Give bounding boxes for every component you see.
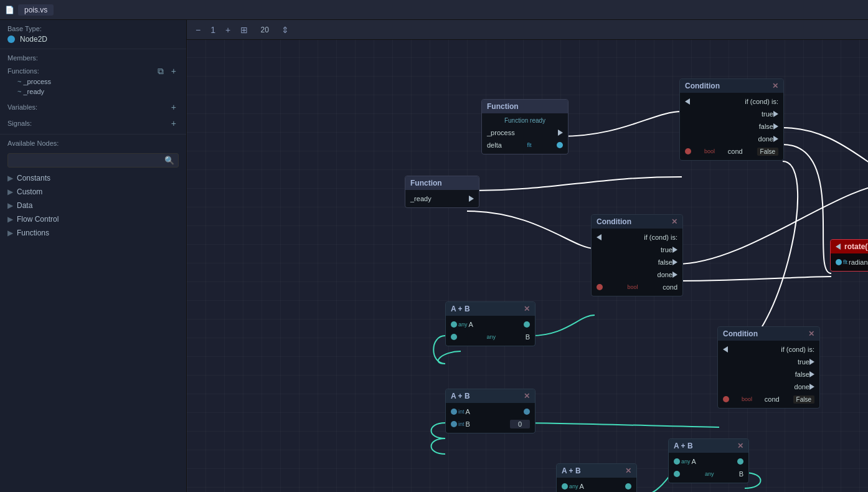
condition3-true-port bbox=[809, 359, 814, 365]
math4-body: any A any B bbox=[669, 453, 748, 483]
math2-title: A + B bbox=[451, 392, 470, 400]
node-math-2[interactable]: A + B ✕ int A int B bbox=[445, 389, 535, 433]
condition1-false-label: false bbox=[685, 123, 773, 130]
variables-subsection: Variables: + bbox=[7, 102, 179, 113]
node-condition-3[interactable]: Condition ✕ if (cond) is: true false bbox=[717, 326, 820, 409]
functions-header: Functions: ⧉ + bbox=[7, 65, 179, 77]
zoom-arrow-button[interactable]: ⇕ bbox=[279, 24, 291, 36]
function-item-process[interactable]: _process bbox=[7, 77, 179, 87]
math2-close[interactable]: ✕ bbox=[524, 392, 530, 400]
condition1-cond-value: False bbox=[757, 148, 778, 156]
condition1-false-port bbox=[773, 123, 778, 130]
math2-b-row: int B bbox=[446, 418, 535, 430]
arrow-icon-functions: ▶ bbox=[7, 229, 13, 237]
math3-out-port bbox=[625, 483, 631, 490]
zoom-in-button[interactable]: + bbox=[223, 24, 233, 36]
condition2-false-row: false bbox=[592, 256, 682, 268]
category-constants[interactable]: ▶ Constants bbox=[0, 171, 186, 185]
condition3-done-label: done bbox=[723, 383, 809, 390]
node-math-4[interactable]: A + B ✕ any A any B bbox=[668, 438, 749, 483]
zoom-value: 20 bbox=[255, 26, 274, 34]
condition2-body: if (cond) is: true false done bbox=[592, 229, 682, 296]
condition1-if-text: if (cond) is: bbox=[690, 98, 778, 105]
condition2-header: Condition ✕ bbox=[592, 215, 682, 229]
file-name[interactable]: pois.vs bbox=[18, 4, 54, 16]
condition3-false-row: false bbox=[718, 368, 819, 381]
rotate2-radians-label: radians bbox=[849, 258, 868, 266]
available-nodes-label: Available Nodes: bbox=[0, 135, 186, 149]
condition1-false-row: false bbox=[680, 120, 783, 133]
zoom-reset-button[interactable]: 1 bbox=[208, 24, 218, 36]
grid-button[interactable]: ⊞ bbox=[238, 24, 250, 36]
functions-subsection: Functions: ⧉ + _process _ready bbox=[7, 65, 179, 97]
category-flow-control[interactable]: ▶ Flow Control bbox=[0, 212, 186, 226]
condition3-true-row: true bbox=[718, 356, 819, 368]
search-input[interactable] bbox=[12, 157, 164, 164]
canvas-toolbar: − 1 + ⊞ 20 ⇕ bbox=[187, 20, 868, 40]
node-function-ready-body: _ready bbox=[405, 190, 479, 207]
category-custom[interactable]: ▶ Custom bbox=[0, 185, 186, 199]
function-item-ready[interactable]: _ready bbox=[7, 87, 179, 97]
condition3-false-port bbox=[809, 371, 814, 377]
port-row-ready: _ready bbox=[405, 192, 479, 205]
add-signal-button[interactable]: + bbox=[169, 118, 179, 129]
signals-subsection: Signals: + bbox=[7, 118, 179, 129]
math3-close[interactable]: ✕ bbox=[625, 467, 631, 475]
node-rotate-2[interactable]: rotate() ✕ flt radians bbox=[830, 239, 868, 272]
condition3-close[interactable]: ✕ bbox=[808, 330, 814, 338]
condition2-true-port bbox=[672, 247, 677, 253]
node-function-process-header: Function bbox=[482, 100, 568, 113]
condition2-done-row: done bbox=[592, 268, 682, 281]
condition1-cond-port bbox=[685, 148, 691, 154]
math4-close[interactable]: ✕ bbox=[737, 442, 743, 450]
condition1-cond-type: bool bbox=[704, 148, 715, 154]
node2d-indicator bbox=[7, 35, 15, 43]
condition2-if-text: if (cond) is: bbox=[601, 234, 677, 241]
canvas-area[interactable]: − 1 + ⊞ 20 ⇕ bbox=[187, 20, 868, 492]
category-functions[interactable]: ▶ Functions bbox=[0, 226, 186, 240]
zoom-out-button[interactable]: − bbox=[193, 24, 203, 36]
add-function-button[interactable]: + bbox=[169, 65, 179, 77]
condition1-done-label: done bbox=[685, 135, 773, 143]
copy-function-button[interactable]: ⧉ bbox=[155, 65, 166, 77]
node-condition-1[interactable]: Condition ✕ if (cond) is: true false bbox=[679, 78, 784, 161]
condition2-cond-label: cond bbox=[663, 283, 677, 291]
math2-out-port bbox=[524, 409, 530, 415]
node-condition-2[interactable]: Condition ✕ if (cond) is: true false bbox=[591, 214, 683, 296]
add-variable-button[interactable]: + bbox=[169, 102, 179, 113]
members-label: Members: bbox=[7, 54, 38, 62]
math4-a-port bbox=[674, 458, 680, 465]
math1-a-label: A bbox=[469, 321, 524, 328]
math3-title: A + B bbox=[562, 466, 581, 475]
math2-b-input[interactable] bbox=[510, 420, 530, 428]
condition2-close[interactable]: ✕ bbox=[671, 218, 677, 225]
condition1-close[interactable]: ✕ bbox=[772, 82, 778, 90]
math1-out-port bbox=[524, 321, 530, 328]
math2-a-type: int bbox=[458, 409, 465, 415]
function-ready-title: Function bbox=[410, 179, 442, 187]
condition2-true-row: true bbox=[592, 244, 682, 256]
math1-close[interactable]: ✕ bbox=[524, 305, 530, 313]
math1-b-port bbox=[451, 334, 457, 340]
function-name-ready: _ready bbox=[17, 88, 44, 95]
base-type-label: Base Type: bbox=[7, 25, 179, 32]
condition2-cond-row: bool cond bbox=[592, 281, 682, 293]
math3-a-label: A bbox=[580, 483, 625, 490]
node-function-ready[interactable]: Function _ready bbox=[405, 176, 479, 208]
node-function-process[interactable]: Function Function ready _process delta f… bbox=[481, 99, 568, 154]
condition3-cond-value: False bbox=[793, 395, 814, 404]
math3-a-type: any bbox=[569, 483, 578, 490]
node-math-3[interactable]: A + B ✕ any A any B bbox=[556, 463, 637, 492]
arrow-icon-flow: ▶ bbox=[7, 215, 13, 224]
search-icon: 🔍 bbox=[164, 156, 174, 165]
condition1-flow-in bbox=[685, 98, 690, 105]
node-math-1[interactable]: A + B ✕ any A any B bbox=[445, 301, 535, 346]
rotate2-radians-type: flt bbox=[843, 259, 847, 265]
condition3-header: Condition ✕ bbox=[718, 327, 819, 341]
base-type-value: Node2D bbox=[7, 35, 179, 44]
category-data[interactable]: ▶ Data bbox=[0, 199, 186, 212]
condition2-false-port bbox=[672, 259, 677, 265]
math3-a-port bbox=[562, 483, 568, 490]
rotate2-header: rotate() ✕ bbox=[831, 240, 868, 253]
condition3-cond-port bbox=[723, 396, 729, 402]
